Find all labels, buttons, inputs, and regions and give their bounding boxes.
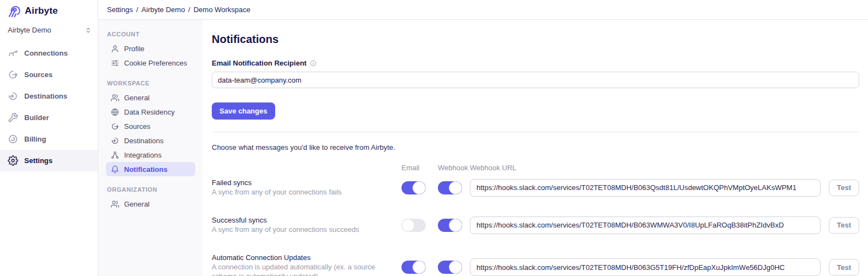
webhook-toggle[interactable] <box>438 219 462 232</box>
sidebar-nav: Connections Sources Destinations Builder… <box>0 42 98 171</box>
notification-row-description: A connection is updated automatically (e… <box>212 263 389 276</box>
webhook-toggle[interactable] <box>438 181 462 194</box>
email-recipient-label: Email Notification Recipient <box>212 59 307 67</box>
notification-row-automatic-connection-updates: Automatic Connection Updates A connectio… <box>212 253 859 276</box>
billing-icon <box>8 134 18 144</box>
product-sidebar: Airbyte Airbyte Demo Connections Sources… <box>0 0 98 276</box>
sidebar-item-label: Destinations <box>24 92 67 100</box>
settings-icon <box>8 155 18 166</box>
breadcrumb-item-airbyte-demo[interactable]: Airbyte Demo <box>142 6 185 14</box>
sidebar-item-connections[interactable]: Connections <box>0 42 98 64</box>
settings-nav-item-label: General <box>124 94 149 102</box>
toggle-knob <box>449 181 462 194</box>
app-window: Airbyte Airbyte Demo Connections Sources… <box>0 0 868 276</box>
webhook-url-input[interactable] <box>470 179 821 197</box>
sliders-icon <box>111 59 119 67</box>
sidebar-item-sources[interactable]: Sources <box>0 64 98 85</box>
notifications-table-header: Email Webhook Webhook URL <box>212 164 859 172</box>
sources-icon <box>111 122 119 131</box>
breadcrumb-separator: / <box>136 6 138 14</box>
test-webhook-button[interactable]: Test <box>829 259 859 275</box>
info-icon[interactable] <box>310 60 317 67</box>
notifications-table-body: Failed syncs A sync from any of your con… <box>212 178 859 276</box>
people-icon <box>111 94 119 102</box>
sidebar-item-label: Sources <box>24 71 52 79</box>
settings-nav-item-workspace-notifications[interactable]: Notifications <box>106 162 195 176</box>
main-content: Notifications Email Notification Recipie… <box>203 20 868 276</box>
toggle-knob <box>412 261 426 274</box>
sidebar-item-destinations[interactable]: Destinations <box>0 85 98 107</box>
people-icon <box>111 200 119 208</box>
settings-nav-item-label: Destinations <box>124 137 164 145</box>
airbyte-logo-text: Airbyte <box>25 6 58 17</box>
sidebar-item-builder[interactable]: Builder <box>0 107 98 128</box>
bell-icon <box>111 165 119 174</box>
settings-nav-item-label: Profile <box>124 45 144 53</box>
settings-nav-item-label: Sources <box>124 122 151 131</box>
email-toggle[interactable] <box>401 181 426 194</box>
sidebar-item-label: Connections <box>24 49 68 57</box>
settings-nav-item-account-profile[interactable]: Profile <box>106 41 195 56</box>
page-title: Notifications <box>212 33 859 46</box>
top-bar: Settings/Airbyte Demo/Demo Workspace <box>98 0 868 20</box>
settings-nav-item-workspace-general[interactable]: General <box>106 90 195 105</box>
email-toggle[interactable] <box>401 261 426 274</box>
settings-nav-section-title: ORGANIZATION <box>106 186 195 193</box>
airbyte-logo-icon <box>7 4 21 18</box>
settings-nav-item-workspace-data-residency[interactable]: Data Residency <box>106 105 195 119</box>
settings-nav-item-workspace-destinations[interactable]: Destinations <box>106 133 195 148</box>
column-header-webhook: Webhook <box>438 164 470 172</box>
email-recipient-input[interactable] <box>212 72 859 88</box>
notification-row-title: Successful syncs <box>212 216 401 224</box>
notification-row-description: A sync from any of your connections succ… <box>212 225 389 235</box>
toggle-knob <box>449 219 462 232</box>
settings-nav-section: ORGANIZATION General <box>106 186 195 211</box>
notifications-intro-text: Choose what messages you'd like to recei… <box>212 143 859 151</box>
integrations-icon <box>111 151 119 159</box>
settings-nav-item-account-cookie-preferences[interactable]: Cookie Preferences <box>106 56 195 70</box>
person-icon <box>111 45 119 53</box>
notification-row-successful-syncs: Successful syncs A sync from any of your… <box>212 216 859 235</box>
settings-nav-item-workspace-integrations[interactable]: Integrations <box>106 148 195 162</box>
settings-nav-section-title: ACCOUNT <box>106 31 195 37</box>
webhook-toggle[interactable] <box>438 261 462 274</box>
settings-nav-item-workspace-sources[interactable]: Sources <box>106 119 195 133</box>
webhook-url-input[interactable] <box>470 258 821 276</box>
notification-row-failed-syncs: Failed syncs A sync from any of your con… <box>212 178 859 197</box>
breadcrumb-item-demo-workspace[interactable]: Demo Workspace <box>194 6 250 14</box>
sidebar-item-label: Billing <box>24 135 46 143</box>
email-toggle[interactable] <box>401 219 426 232</box>
settings-nav-section-title: WORKSPACE <box>106 80 195 86</box>
sources-icon <box>8 69 18 80</box>
section-divider <box>212 132 859 132</box>
settings-nav-item-label: Data Residency <box>124 108 175 116</box>
toggle-knob <box>401 219 415 232</box>
toggle-knob <box>449 261 462 274</box>
breadcrumb-separator: / <box>188 6 190 14</box>
builder-icon <box>8 112 18 123</box>
airbyte-logo[interactable]: Airbyte <box>0 0 98 21</box>
chevron-up-down-icon <box>84 26 92 34</box>
test-webhook-button[interactable]: Test <box>829 180 859 196</box>
sidebar-item-label: Settings <box>24 156 52 165</box>
settings-nav-item-label: Integrations <box>124 151 162 159</box>
notification-row-title: Failed syncs <box>212 178 401 187</box>
globe-icon <box>111 108 119 116</box>
settings-nav-section: ACCOUNT Profile Cookie Preferences <box>106 31 195 70</box>
settings-nav-item-organization-general[interactable]: General <box>106 197 195 211</box>
column-header-webhook-url: Webhook URL <box>470 164 829 172</box>
settings-nav-section: WORKSPACE General Data Residency Sources… <box>106 80 195 176</box>
notification-row-title: Automatic Connection Updates <box>212 253 401 262</box>
workspace-selector[interactable]: Airbyte Demo <box>0 21 98 39</box>
column-header-email: Email <box>401 164 438 172</box>
notification-row-description: A sync from any of your connections fail… <box>212 188 389 197</box>
sidebar-item-label: Builder <box>24 113 49 122</box>
breadcrumb-item-settings[interactable]: Settings <box>107 6 133 14</box>
save-changes-button[interactable]: Save changes <box>212 102 275 120</box>
destinations-icon <box>111 137 119 145</box>
sidebar-item-billing[interactable]: Billing <box>0 128 98 150</box>
settings-nav-item-label: General <box>124 200 149 208</box>
test-webhook-button[interactable]: Test <box>829 217 859 234</box>
webhook-url-input[interactable] <box>470 217 821 234</box>
sidebar-item-settings[interactable]: Settings <box>0 150 98 171</box>
